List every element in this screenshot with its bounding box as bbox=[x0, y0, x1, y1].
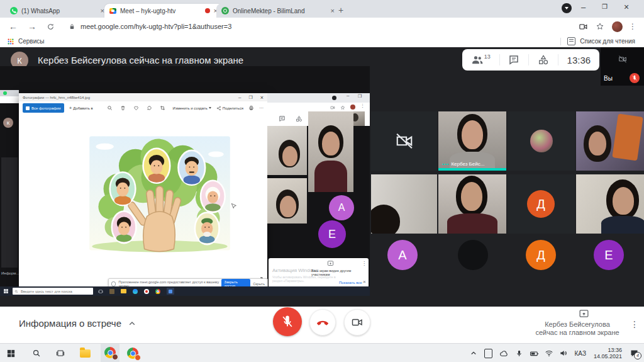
nested-chrome-icon bbox=[155, 289, 160, 294]
chrome-taskbar-active[interactable] bbox=[101, 344, 119, 362]
letter-avatar-tile-dark[interactable] bbox=[458, 240, 488, 270]
chat-button[interactable] bbox=[508, 54, 519, 65]
reload-icon[interactable] bbox=[47, 23, 55, 31]
video-tile[interactable] bbox=[438, 174, 506, 234]
start-button[interactable] bbox=[6, 349, 16, 358]
profile-avatar[interactable] bbox=[612, 21, 623, 32]
meet-bottom-bar: Информация о встрече Кербез Бейсеғулова … bbox=[0, 307, 644, 343]
participant-torso bbox=[601, 216, 644, 234]
bookmark-services[interactable]: Сервисы bbox=[18, 38, 44, 45]
nested-video-tile bbox=[267, 178, 307, 223]
tab-whatsapp[interactable]: (1) WhatsApp × bbox=[5, 4, 109, 18]
photos-window[interactable]: Фотографии — hrfc_hrm_n48be414.jpg – ❐ ×… bbox=[19, 93, 267, 286]
edit-create-button[interactable]: Изменить и создать bbox=[173, 106, 211, 110]
window-maximize-icon[interactable]: ❐ bbox=[248, 95, 252, 100]
window-minimize-icon[interactable]: – bbox=[238, 94, 241, 100]
meet-app: К Кербез Бейсеғулова сейчас на главном э… bbox=[0, 47, 644, 343]
participant-face bbox=[589, 132, 606, 156]
letter-avatar-tile[interactable]: Е bbox=[594, 240, 624, 270]
back-icon[interactable]: ← bbox=[9, 21, 18, 31]
camera-toggle-button[interactable] bbox=[344, 309, 370, 336]
all-photos-button[interactable]: Все фотографии bbox=[23, 103, 64, 113]
reading-list-label[interactable]: Список для чтения bbox=[580, 38, 635, 45]
video-tile-photo-avatar[interactable] bbox=[508, 111, 575, 171]
tray-volume-icon[interactable] bbox=[559, 349, 568, 358]
window-minimize-icon[interactable]: – bbox=[581, 3, 586, 12]
mic-off-badge bbox=[630, 73, 640, 83]
meet-toolbar: 13 13:36 bbox=[462, 49, 599, 71]
reading-list-icon[interactable] bbox=[567, 37, 575, 45]
meet-clock: 13:36 bbox=[567, 55, 591, 65]
new-tab-button[interactable]: + bbox=[335, 4, 347, 16]
nested-edge-icon bbox=[133, 289, 138, 294]
hide-share-bar-button[interactable]: Скрыть bbox=[253, 282, 265, 286]
tab-bilimland[interactable]: OnlineMektep - BilimLand × bbox=[216, 4, 340, 18]
nested-media-button bbox=[332, 96, 336, 100]
participants-button[interactable]: 13 bbox=[471, 54, 491, 66]
favorite-icon[interactable] bbox=[133, 105, 139, 111]
add-to-button[interactable]: + Добавить в bbox=[69, 105, 93, 111]
nested-maximize-icon: ❐ bbox=[358, 94, 362, 99]
browser-menu-icon[interactable]: ⋮ bbox=[629, 22, 636, 31]
tray-battery-icon[interactable] bbox=[530, 349, 539, 358]
zoom-icon[interactable] bbox=[107, 105, 113, 111]
chevron-down-icon bbox=[565, 7, 569, 9]
bilimland-icon bbox=[221, 7, 229, 14]
tray-mic-icon[interactable] bbox=[515, 349, 523, 358]
crop-icon[interactable] bbox=[160, 105, 165, 111]
whatsapp-icon bbox=[10, 7, 18, 14]
window-maximize-icon[interactable]: ❐ bbox=[602, 3, 608, 10]
rotate-icon[interactable] bbox=[147, 105, 152, 111]
tab-meet[interactable]: Meet – hyk-ugtg-htv × bbox=[104, 4, 223, 18]
nested-info-label: Информ... bbox=[1, 271, 19, 275]
video-tile[interactable] bbox=[576, 174, 644, 234]
letter-avatar-tile[interactable]: А bbox=[387, 240, 418, 270]
print-icon[interactable] bbox=[248, 105, 254, 111]
nested-address-row: ⋮ bbox=[267, 103, 370, 111]
video-tile-speaking[interactable]: •••Кербез Бейс... bbox=[438, 111, 506, 171]
tray-chevron-up-icon[interactable] bbox=[470, 349, 477, 357]
participant-silhouette bbox=[371, 205, 400, 234]
share-button[interactable]: Поделиться bbox=[216, 106, 243, 111]
tray-onedrive-icon[interactable] bbox=[499, 349, 509, 358]
chrome-taskbar-2[interactable] bbox=[123, 344, 142, 362]
speaking-name-label: •••Кербез Бейс... bbox=[442, 161, 484, 167]
tab-title: Meet – hyk-ugtg-htv bbox=[120, 8, 201, 14]
delete-icon[interactable] bbox=[120, 105, 126, 111]
task-view-icon[interactable] bbox=[56, 349, 65, 358]
nested-search-input bbox=[19, 289, 91, 294]
meeting-info-button[interactable]: Информация о встрече bbox=[19, 318, 136, 329]
screen: (1) WhatsApp × Meet – hyk-ugtg-htv × Onl… bbox=[0, 0, 644, 362]
participant-face bbox=[613, 187, 634, 215]
activities-button[interactable] bbox=[538, 54, 549, 65]
self-view-tile[interactable]: Вы bbox=[601, 47, 644, 86]
clock-block[interactable]: 13:36 14.05.2021 bbox=[594, 347, 622, 359]
video-tile[interactable] bbox=[576, 111, 644, 171]
window-close-icon[interactable]: × bbox=[260, 94, 264, 101]
letter-avatar-tile[interactable]: Д bbox=[526, 240, 556, 270]
self-view-label: Вы bbox=[604, 75, 613, 82]
more-options-icon[interactable]: ⋮ bbox=[630, 319, 639, 329]
camera-indicator-icon[interactable] bbox=[579, 22, 588, 31]
bookmark-star-icon[interactable] bbox=[596, 22, 604, 31]
toast-menu-icon: ⋮ bbox=[362, 261, 367, 266]
camera-off-icon bbox=[395, 132, 414, 150]
language-indicator[interactable]: КАЗ bbox=[575, 350, 586, 357]
tray-wifi-icon[interactable] bbox=[545, 349, 553, 358]
window-close-icon[interactable]: × bbox=[624, 2, 629, 12]
taskbar-search-icon[interactable] bbox=[32, 349, 41, 358]
apps-grid-icon[interactable] bbox=[8, 38, 14, 45]
forward-icon[interactable]: → bbox=[28, 21, 36, 31]
hangup-button[interactable] bbox=[309, 309, 336, 336]
notification-center-icon[interactable]: 4 bbox=[630, 349, 639, 358]
video-tile-camera-off[interactable] bbox=[371, 111, 437, 171]
more-icon[interactable]: ⋯ bbox=[259, 106, 264, 111]
video-tile[interactable] bbox=[371, 174, 437, 234]
presentation-stage[interactable]: К Информ... Фотографии — hrfc_hrm_n48be4… bbox=[0, 66, 370, 296]
media-controls-button[interactable] bbox=[562, 3, 572, 13]
file-explorer-icon[interactable] bbox=[80, 349, 91, 358]
mic-toggle-button[interactable] bbox=[273, 307, 302, 336]
tray-device-icon[interactable] bbox=[484, 349, 492, 358]
url-text[interactable]: meet.google.com/hyk-ugtg-htv?pli=1&authu… bbox=[80, 23, 231, 30]
video-tile-letter[interactable]: Д bbox=[508, 174, 575, 234]
